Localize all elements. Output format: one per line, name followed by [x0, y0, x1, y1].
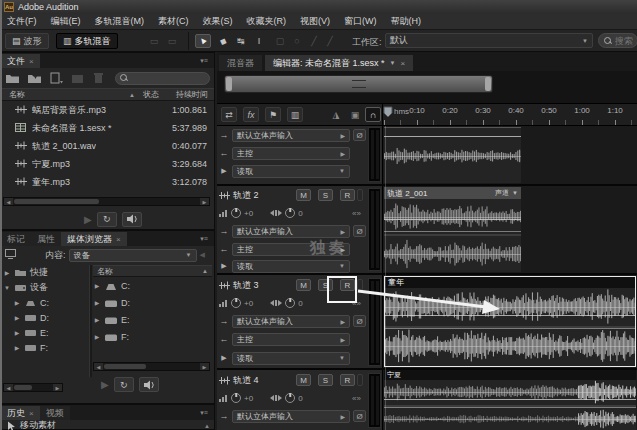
brush-tool-button[interactable]: ╱ [306, 34, 322, 48]
mute-button[interactable]: M [296, 189, 311, 201]
expand-icon[interactable]: ▶ [93, 316, 101, 323]
file-row[interactable]: 童年.mp3 3:12.078 [1, 173, 214, 191]
tree-item-drive[interactable]: ▶ C: [3, 295, 89, 310]
pan-knob[interactable] [285, 208, 295, 218]
clip-header[interactable]: 童年 [385, 277, 635, 288]
track-automation-dropdown[interactable]: 读取▼ [232, 260, 350, 273]
tab-media-browser[interactable]: 媒体浏览器 × [61, 232, 127, 246]
expand-icon[interactable]: ▶ [13, 344, 21, 351]
scroll-left-icon[interactable]: ◀ [4, 384, 13, 391]
track-automation-dropdown[interactable]: 读取▼ [232, 165, 350, 178]
import-file-button[interactable] [27, 72, 42, 84]
waveform-view-button[interactable]: ▤ 波形 [5, 33, 49, 49]
fx-toggle-icon[interactable]: fx [243, 107, 259, 122]
menu-effects[interactable]: 效果(S) [196, 14, 240, 29]
drive-row[interactable]: ▶ F: [93, 328, 212, 345]
tree-item-devices[interactable]: ▼ 设备 [3, 280, 89, 295]
menu-view[interactable]: 视图(V) [293, 14, 337, 29]
workspace-search-box[interactable] [598, 33, 637, 48]
pan-knob[interactable] [285, 393, 295, 403]
display-mode-icon[interactable] [5, 249, 18, 261]
lasso-tool-button[interactable]: ○ [289, 34, 305, 48]
scroll-right-icon[interactable]: ▶ [200, 363, 209, 370]
spot-heal-tool-button[interactable]: ╱ [322, 34, 338, 48]
volume-knob[interactable] [231, 298, 241, 308]
tab-mixer[interactable]: 混音器 [219, 55, 262, 71]
expand-icon[interactable]: ▶ [93, 299, 101, 306]
panel-menu-icon[interactable]: ▾≡ [197, 408, 211, 417]
workspace-dropdown[interactable]: 默认 ▼ [385, 33, 593, 48]
files-search-box[interactable] [115, 72, 210, 85]
input-monitor-button[interactable] [357, 374, 363, 386]
file-row[interactable]: 宁夏.mp3 3:29.684 [1, 155, 214, 173]
record-arm-button[interactable]: R [340, 374, 355, 386]
solo-button[interactable]: S [318, 279, 333, 291]
solo-button[interactable]: S [318, 189, 333, 201]
track-automation-dropdown[interactable]: 读取▼ [232, 352, 350, 365]
bypass-button[interactable]: Ø [353, 129, 366, 141]
track-name[interactable]: 轨道 2 [233, 189, 259, 202]
multitrack-view-button[interactable]: ▥ 多轨混音 [56, 33, 118, 49]
files-search-input[interactable] [131, 71, 191, 86]
expand-icon[interactable]: ▶ [93, 333, 101, 340]
time-ruler[interactable]: hms 0:10 0:20 0:30 0:40 0:50 1:00 1:10 [383, 104, 637, 126]
tab-markers[interactable]: 标记 [1, 232, 31, 246]
drive-row[interactable]: ▶ C: [93, 277, 212, 294]
clip-track4[interactable]: 宁夏 [384, 370, 636, 430]
playhead-line[interactable] [385, 126, 386, 430]
volume-envelope[interactable] [384, 399, 636, 400]
play-icon[interactable]: ▶ [84, 214, 92, 225]
expand-icon[interactable]: ▶ [13, 329, 21, 336]
content-dropdown[interactable]: 设备 ▼ [69, 249, 197, 262]
menu-file[interactable]: 文件(F) [0, 14, 44, 29]
menu-help[interactable]: 帮助(H) [384, 14, 429, 29]
headphone-solo-icon[interactable]: ∩ [365, 107, 381, 122]
close-icon[interactable]: × [29, 409, 34, 418]
marker-flag-icon[interactable]: ⚑ [265, 107, 281, 122]
zoom-navigator[interactable] [217, 71, 637, 104]
solo-button[interactable]: S [318, 374, 333, 386]
clip-track2[interactable]: 轨道 2_001 声道 ▼ [384, 187, 521, 272]
auto-play-button[interactable] [122, 212, 142, 227]
volume-knob[interactable] [231, 393, 241, 403]
expand-icon[interactable]: ▶ [3, 269, 11, 276]
media-tree-hscrollbar[interactable]: ◀ ▶ [3, 383, 63, 392]
history-entry[interactable]: 移动素材 ▲ [1, 420, 214, 430]
volume-envelope[interactable] [385, 315, 635, 316]
close-icon[interactable]: × [400, 59, 405, 68]
time-selection-tool-button[interactable]: I [251, 34, 267, 48]
metronome-icon[interactable]: ◮ [328, 107, 344, 122]
scroll-thumb[interactable] [14, 199, 99, 203]
panel-menu-icon[interactable]: ▾≡ [197, 56, 211, 65]
close-icon[interactable]: × [116, 235, 121, 244]
volume-knob[interactable] [231, 208, 241, 218]
track-name[interactable]: 轨道 3 [233, 279, 259, 292]
loop-playback-button[interactable]: ↻ [97, 212, 117, 227]
auto-play-button[interactable] [139, 377, 159, 392]
mute-button[interactable]: M [296, 279, 311, 291]
drive-row[interactable]: ▶ D: [93, 294, 212, 311]
tab-history[interactable]: 历史 × [1, 406, 40, 420]
chevron-down-icon[interactable]: ▼ [390, 60, 396, 66]
collapse-icon[interactable]: ▼ [3, 285, 11, 291]
tree-item-drive[interactable]: ▶ D: [3, 310, 89, 325]
delete-button[interactable] [93, 72, 108, 84]
input-monitor-button[interactable] [357, 279, 363, 291]
play-icon[interactable]: ▶ [101, 379, 109, 390]
volume-envelope[interactable] [384, 219, 521, 220]
menu-window[interactable]: 窗口(W) [337, 14, 384, 29]
zoom-handle-right[interactable] [485, 77, 491, 91]
io-toggle-icon[interactable]: ⇄ [221, 107, 237, 122]
scroll-thumb[interactable] [104, 364, 146, 368]
tab-video[interactable]: 视频 [40, 406, 70, 420]
zoom-handle-left[interactable] [226, 77, 232, 91]
track-output-dropdown[interactable]: 主控▶ [232, 333, 350, 346]
input-monitor-button[interactable] [357, 189, 363, 201]
tab-properties[interactable]: 属性 [31, 232, 61, 246]
insert-into-multitrack-button[interactable] [71, 72, 86, 84]
open-file-button[interactable] [5, 72, 20, 84]
tree-item-drive[interactable]: ▶ F: [3, 340, 89, 355]
playhead-marker-icon[interactable] [383, 106, 393, 118]
slip-tool-button[interactable]: ↹ [233, 34, 249, 48]
bypass-button[interactable]: Ø [353, 225, 366, 237]
